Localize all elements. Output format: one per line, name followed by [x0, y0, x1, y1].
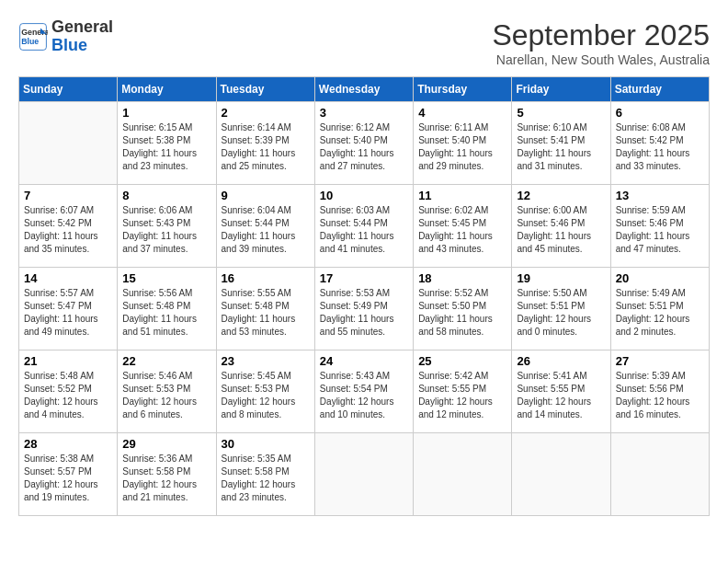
calendar-cell — [512, 433, 610, 516]
day-info: Sunrise: 5:46 AMSunset: 5:53 PMDaylight:… — [122, 370, 210, 421]
day-number: 7 — [24, 189, 112, 202]
day-header-monday: Monday — [118, 77, 216, 102]
day-info: Sunrise: 6:15 AMSunset: 5:38 PMDaylight:… — [122, 121, 210, 173]
day-number: 30 — [222, 437, 310, 451]
day-number: 15 — [122, 271, 210, 285]
calendar-cell: 2Sunrise: 6:14 AMSunset: 5:39 PMDaylight… — [216, 102, 314, 185]
day-info: Sunrise: 5:53 AMSunset: 5:49 PMDaylight:… — [320, 287, 408, 339]
calendar-cell: 24Sunrise: 5:43 AMSunset: 5:54 PMDayligh… — [314, 350, 413, 433]
calendar-cell: 17Sunrise: 5:53 AMSunset: 5:49 PMDayligh… — [314, 268, 413, 350]
day-number: 19 — [517, 271, 605, 285]
calendar-cell: 18Sunrise: 5:52 AMSunset: 5:50 PMDayligh… — [414, 268, 512, 350]
day-info: Sunrise: 6:06 AMSunset: 5:43 PMDaylight:… — [122, 204, 210, 256]
day-number: 22 — [122, 354, 210, 368]
day-info: Sunrise: 6:10 AMSunset: 5:41 PMDaylight:… — [517, 121, 605, 173]
day-number: 11 — [418, 189, 506, 202]
day-header-thursday: Thursday — [414, 77, 512, 102]
day-info: Sunrise: 6:04 AMSunset: 5:44 PMDaylight:… — [222, 204, 310, 256]
day-number: 9 — [222, 189, 310, 202]
day-number: 12 — [517, 189, 605, 202]
day-number: 25 — [418, 354, 506, 368]
month-title: September 2025 — [492, 18, 710, 52]
calendar-cell: 5Sunrise: 6:10 AMSunset: 5:41 PMDaylight… — [512, 102, 610, 185]
calendar-week-3: 14Sunrise: 5:57 AMSunset: 5:47 PMDayligh… — [19, 268, 710, 350]
day-number: 18 — [418, 271, 506, 285]
day-number: 16 — [222, 271, 310, 285]
day-info: Sunrise: 5:59 AMSunset: 5:46 PMDaylight:… — [616, 204, 704, 256]
day-info: Sunrise: 5:48 AMSunset: 5:52 PMDaylight:… — [24, 370, 112, 421]
day-number: 26 — [517, 354, 605, 368]
calendar-cell: 23Sunrise: 5:45 AMSunset: 5:53 PMDayligh… — [216, 350, 314, 433]
day-info: Sunrise: 5:57 AMSunset: 5:47 PMDaylight:… — [24, 287, 112, 339]
calendar-week-4: 21Sunrise: 5:48 AMSunset: 5:52 PMDayligh… — [19, 350, 710, 433]
day-number: 5 — [517, 106, 605, 120]
day-number: 23 — [222, 354, 310, 368]
calendar-cell: 7Sunrise: 6:07 AMSunset: 5:42 PMDaylight… — [19, 185, 118, 268]
day-info: Sunrise: 6:08 AMSunset: 5:42 PMDaylight:… — [616, 121, 704, 173]
calendar-cell — [314, 433, 413, 516]
logo-icon: General Blue — [18, 22, 48, 52]
day-info: Sunrise: 5:45 AMSunset: 5:53 PMDaylight:… — [222, 370, 310, 421]
calendar-cell: 6Sunrise: 6:08 AMSunset: 5:42 PMDaylight… — [610, 102, 709, 185]
day-number: 4 — [418, 106, 506, 120]
calendar-week-5: 28Sunrise: 5:38 AMSunset: 5:57 PMDayligh… — [19, 433, 710, 516]
day-number: 24 — [320, 354, 408, 368]
day-number: 21 — [24, 354, 112, 368]
day-info: Sunrise: 5:38 AMSunset: 5:57 PMDaylight:… — [24, 453, 112, 504]
calendar-cell: 14Sunrise: 5:57 AMSunset: 5:47 PMDayligh… — [19, 268, 118, 350]
calendar-week-1: 1Sunrise: 6:15 AMSunset: 5:38 PMDaylight… — [19, 102, 710, 185]
day-header-wednesday: Wednesday — [314, 77, 413, 102]
calendar-cell — [414, 433, 512, 516]
day-info: Sunrise: 5:42 AMSunset: 5:55 PMDaylight:… — [418, 370, 506, 421]
day-number: 8 — [122, 189, 210, 202]
calendar-cell: 12Sunrise: 6:00 AMSunset: 5:46 PMDayligh… — [512, 185, 610, 268]
day-header-tuesday: Tuesday — [216, 77, 314, 102]
day-info: Sunrise: 5:56 AMSunset: 5:48 PMDaylight:… — [122, 287, 210, 339]
calendar-cell: 16Sunrise: 5:55 AMSunset: 5:48 PMDayligh… — [216, 268, 314, 350]
day-info: Sunrise: 5:35 AMSunset: 5:58 PMDaylight:… — [222, 453, 310, 504]
day-header-saturday: Saturday — [610, 77, 709, 102]
calendar-week-2: 7Sunrise: 6:07 AMSunset: 5:42 PMDaylight… — [19, 185, 710, 268]
calendar-cell: 19Sunrise: 5:50 AMSunset: 5:51 PMDayligh… — [512, 268, 610, 350]
calendar-cell: 4Sunrise: 6:11 AMSunset: 5:40 PMDaylight… — [414, 102, 512, 185]
calendar-cell: 10Sunrise: 6:03 AMSunset: 5:44 PMDayligh… — [314, 185, 413, 268]
calendar-cell — [19, 102, 118, 185]
calendar-header: SundayMondayTuesdayWednesdayThursdayFrid… — [19, 77, 710, 102]
day-number: 2 — [222, 106, 310, 120]
day-info: Sunrise: 6:00 AMSunset: 5:46 PMDaylight:… — [517, 204, 605, 256]
calendar-cell: 22Sunrise: 5:46 AMSunset: 5:53 PMDayligh… — [118, 350, 216, 433]
day-info: Sunrise: 5:52 AMSunset: 5:50 PMDaylight:… — [418, 287, 506, 339]
calendar-cell: 15Sunrise: 5:56 AMSunset: 5:48 PMDayligh… — [118, 268, 216, 350]
title-area: September 2025 Narellan, New South Wales… — [492, 18, 710, 67]
day-number: 28 — [24, 437, 112, 451]
calendar-cell: 8Sunrise: 6:06 AMSunset: 5:43 PMDaylight… — [118, 185, 216, 268]
calendar: SundayMondayTuesdayWednesdayThursdayFrid… — [18, 76, 710, 516]
calendar-cell — [610, 433, 709, 516]
calendar-cell: 28Sunrise: 5:38 AMSunset: 5:57 PMDayligh… — [19, 433, 118, 516]
day-info: Sunrise: 5:41 AMSunset: 5:55 PMDaylight:… — [517, 370, 605, 421]
day-number: 13 — [616, 189, 704, 202]
calendar-cell: 1Sunrise: 6:15 AMSunset: 5:38 PMDaylight… — [118, 102, 216, 185]
day-number: 10 — [320, 189, 408, 202]
calendar-cell: 30Sunrise: 5:35 AMSunset: 5:58 PMDayligh… — [216, 433, 314, 516]
day-number: 1 — [122, 106, 210, 120]
day-number: 27 — [616, 354, 704, 368]
day-info: Sunrise: 5:39 AMSunset: 5:56 PMDaylight:… — [616, 370, 704, 421]
day-number: 29 — [122, 437, 210, 451]
calendar-cell: 25Sunrise: 5:42 AMSunset: 5:55 PMDayligh… — [414, 350, 512, 433]
calendar-cell: 13Sunrise: 5:59 AMSunset: 5:46 PMDayligh… — [610, 185, 709, 268]
svg-text:Blue: Blue — [21, 37, 39, 46]
day-number: 6 — [616, 106, 704, 120]
calendar-cell: 21Sunrise: 5:48 AMSunset: 5:52 PMDayligh… — [19, 350, 118, 433]
calendar-cell: 27Sunrise: 5:39 AMSunset: 5:56 PMDayligh… — [610, 350, 709, 433]
calendar-cell: 20Sunrise: 5:49 AMSunset: 5:51 PMDayligh… — [610, 268, 709, 350]
calendar-cell: 11Sunrise: 6:02 AMSunset: 5:45 PMDayligh… — [414, 185, 512, 268]
day-info: Sunrise: 5:49 AMSunset: 5:51 PMDaylight:… — [616, 287, 704, 339]
logo-general: General — [51, 18, 113, 37]
day-info: Sunrise: 6:03 AMSunset: 5:44 PMDaylight:… — [320, 204, 408, 256]
day-info: Sunrise: 5:55 AMSunset: 5:48 PMDaylight:… — [222, 287, 310, 339]
day-info: Sunrise: 6:12 AMSunset: 5:40 PMDaylight:… — [320, 121, 408, 173]
day-number: 20 — [616, 271, 704, 285]
day-info: Sunrise: 6:14 AMSunset: 5:39 PMDaylight:… — [222, 121, 310, 173]
day-info: Sunrise: 5:50 AMSunset: 5:51 PMDaylight:… — [517, 287, 605, 339]
